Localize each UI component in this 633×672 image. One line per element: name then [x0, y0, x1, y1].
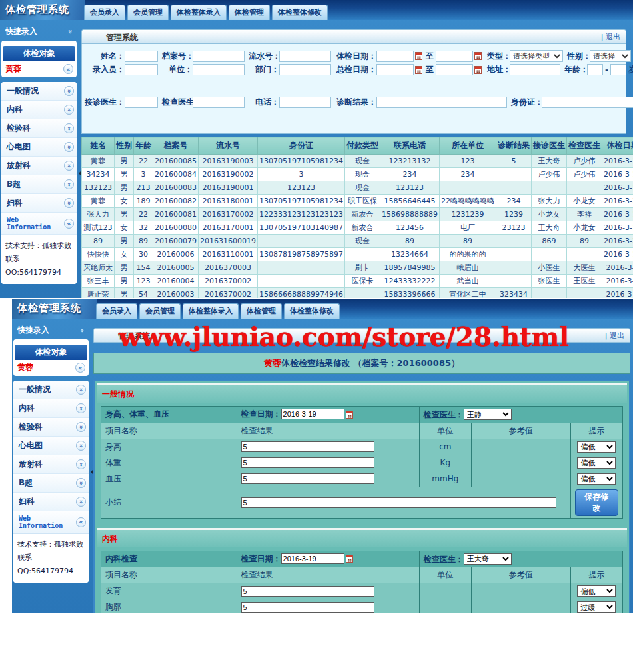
serial-no-input[interactable]: [279, 51, 331, 62]
sidebar-item[interactable]: 放射科»: [1, 157, 77, 175]
result-input[interactable]: [241, 602, 374, 613]
chevron-double-down-icon[interactable]: »: [64, 142, 74, 152]
chevron-double-down-icon[interactable]: »: [76, 478, 86, 488]
sidebar-item[interactable]: 心电图»: [13, 437, 89, 455]
unit-input[interactable]: [193, 64, 245, 75]
collapse-left-icon[interactable]: «: [63, 64, 73, 74]
sidebar-item[interactable]: 内科»: [1, 101, 77, 119]
chevron-double-down-icon[interactable]: »: [76, 497, 86, 507]
check-doctor-input[interactable]: [193, 97, 245, 108]
result-input[interactable]: [241, 457, 374, 468]
dept-input[interactable]: [279, 64, 331, 75]
member-item[interactable]: 黄蓉 «: [15, 360, 87, 375]
hint-select[interactable]: 过缓: [577, 601, 616, 613]
calendar-icon[interactable]: [415, 66, 422, 74]
logout-link[interactable]: | 退出: [605, 331, 624, 340]
quick-entry-header[interactable]: 快捷录入 »: [13, 319, 89, 339]
final-date-from-input[interactable]: [376, 64, 414, 75]
chevron-double-down-icon[interactable]: »: [76, 403, 86, 413]
file-no-input[interactable]: [193, 51, 245, 62]
logout-link[interactable]: | 退出: [601, 32, 620, 41]
chevron-double-down-icon[interactable]: »: [76, 385, 86, 395]
sidebar-item[interactable]: B超»: [1, 175, 77, 194]
calendar-icon[interactable]: [474, 66, 482, 74]
cell: 小龙女: [566, 195, 602, 208]
final-date-to-input[interactable]: [436, 64, 473, 75]
collapse-left-icon[interactable]: «: [75, 363, 85, 373]
chevron-double-down-icon[interactable]: »: [64, 105, 74, 115]
sidebar-item-web-information[interactable]: Web Information «: [1, 213, 77, 235]
quick-entry-header[interactable]: 快捷录入 »: [1, 20, 77, 41]
recv-doctor-label: 接诊医生：: [82, 97, 125, 108]
sidebar-item[interactable]: 放射科»: [13, 455, 89, 474]
sidebar-item[interactable]: 一般情况»: [13, 381, 89, 399]
nav-tab[interactable]: 会员管理: [139, 303, 181, 319]
nav-tab[interactable]: 体检整体录入: [183, 303, 239, 319]
phone-input[interactable]: [279, 97, 331, 108]
sidebar-item[interactable]: 一般情况»: [1, 82, 77, 101]
cell: 黄蓉: [82, 195, 115, 208]
age-from-input[interactable]: [587, 64, 603, 75]
nav-tab[interactable]: 会员录入: [96, 303, 137, 319]
collapse-left-icon[interactable]: «: [76, 517, 86, 527]
save-button[interactable]: 保存修改: [575, 489, 618, 516]
sidebar-item[interactable]: 内科»: [13, 399, 89, 418]
chevron-double-down-icon[interactable]: »: [76, 459, 86, 469]
chevron-double-down-icon[interactable]: »: [76, 441, 86, 451]
column-header: 档案号: [153, 137, 199, 155]
calendar-icon[interactable]: [346, 555, 353, 563]
chevron-double-down-icon[interactable]: »: [76, 422, 86, 432]
chevron-double-down-icon[interactable]: »: [64, 198, 74, 208]
hint-select[interactable]: 偏低: [577, 441, 616, 453]
collapse-left-icon[interactable]: «: [64, 219, 74, 229]
gender-select[interactable]: 请选择: [590, 50, 631, 62]
result-input[interactable]: [241, 441, 374, 452]
chevron-double-down-icon[interactable]: »: [64, 179, 74, 189]
hint-select[interactable]: 偏低: [577, 585, 616, 597]
member-item[interactable]: 黄蓉 «: [3, 61, 75, 76]
calendar-icon[interactable]: [415, 52, 422, 60]
id-card-input[interactable]: [542, 97, 633, 108]
hint-select[interactable]: 偏低: [577, 457, 616, 469]
calendar-icon[interactable]: [474, 52, 482, 60]
nav-tab[interactable]: 体检管理: [241, 303, 282, 319]
summary-input[interactable]: [241, 497, 556, 508]
entry-clerk-input[interactable]: [125, 64, 158, 75]
exam-date-input[interactable]: [281, 409, 344, 419]
sidebar-item[interactable]: 心电图»: [1, 138, 77, 157]
nav-tab[interactable]: 体检整体修改: [272, 5, 328, 20]
recv-doctor-input[interactable]: [125, 97, 158, 108]
sidebar-item-web-information[interactable]: Web Information «: [13, 511, 89, 533]
nav-tab[interactable]: 会员录入: [84, 5, 125, 20]
sidebar-item[interactable]: 妇科»: [13, 493, 89, 511]
hint-select[interactable]: 偏低: [577, 473, 616, 485]
sidebar-item[interactable]: 检验科»: [1, 119, 77, 138]
type-select[interactable]: 请选择类型: [510, 50, 563, 62]
chevron-double-down-icon[interactable]: »: [64, 86, 74, 96]
nav-tab[interactable]: 会员管理: [127, 5, 169, 20]
doctor-select[interactable]: 王大奇: [464, 553, 512, 565]
age-to-input[interactable]: [610, 64, 626, 75]
calendar-icon[interactable]: [346, 411, 353, 419]
result-input[interactable]: [241, 586, 374, 597]
cell: 22: [134, 155, 153, 168]
nav-tab[interactable]: 体检整体修改: [284, 303, 340, 319]
chevron-double-down-icon[interactable]: »: [64, 123, 74, 133]
exam-date-input[interactable]: [281, 553, 344, 564]
result-input[interactable]: [241, 473, 374, 484]
exam-date-from-input[interactable]: [376, 51, 414, 62]
cell: 54: [134, 288, 153, 299]
name-input[interactable]: [125, 51, 158, 62]
sidebar-item[interactable]: 妇科»: [1, 194, 77, 213]
doctor-select[interactable]: 王静: [464, 409, 512, 420]
hint-cell: 偏低: [570, 439, 622, 455]
nav-tab[interactable]: 体检管理: [229, 5, 270, 20]
diagnosis-input[interactable]: [376, 97, 507, 108]
address-input[interactable]: [510, 64, 560, 75]
cell: 黄蓉: [82, 155, 115, 168]
sidebar-item[interactable]: 检验科»: [13, 418, 89, 437]
exam-date-to-input[interactable]: [436, 51, 473, 62]
sidebar-item[interactable]: B超»: [13, 474, 89, 493]
nav-tab[interactable]: 体检整体录入: [171, 5, 227, 20]
chevron-double-down-icon[interactable]: »: [64, 161, 74, 171]
